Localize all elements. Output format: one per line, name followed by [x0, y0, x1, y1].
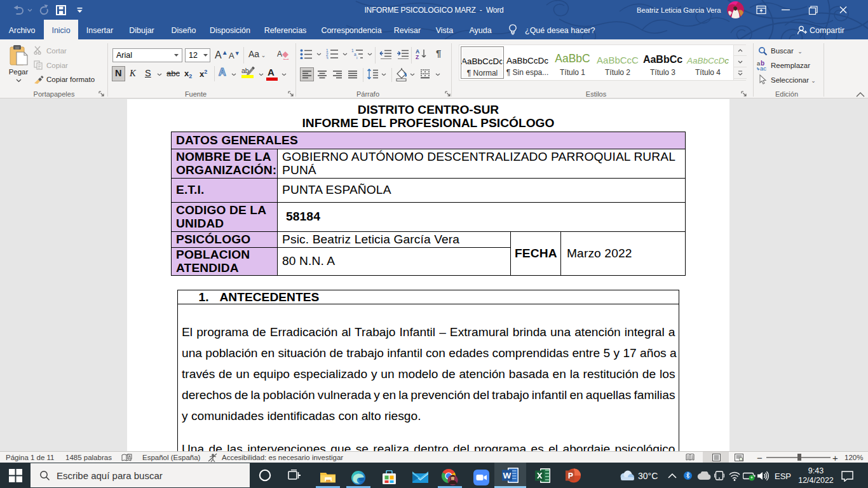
- svg-text:Z: Z: [416, 54, 419, 60]
- svg-text:i: i: [356, 56, 357, 59]
- svg-text:A: A: [277, 50, 282, 58]
- svg-text:3: 3: [326, 56, 329, 59]
- svg-text:ac: ac: [760, 65, 766, 71]
- svg-text:W: W: [503, 471, 512, 480]
